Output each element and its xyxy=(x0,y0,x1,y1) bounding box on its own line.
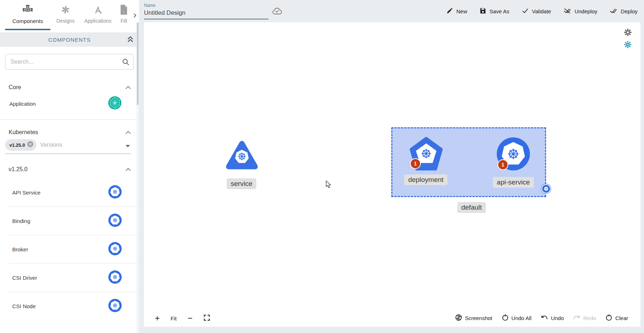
components-icon xyxy=(22,4,33,16)
sidebar-scrollbar[interactable] xyxy=(136,22,139,333)
main-area: Name New xyxy=(139,0,644,333)
undo-all-label: Undo All xyxy=(512,315,532,321)
undo-button[interactable]: Undo xyxy=(541,314,564,322)
kubernetes-icon[interactable] xyxy=(108,270,122,285)
node-deployment-label[interactable]: deployment xyxy=(404,174,447,185)
check-icon xyxy=(522,7,529,15)
list-item-label: CSI Node xyxy=(12,303,36,309)
section-header-kubernetes[interactable]: Kubernetes xyxy=(0,129,139,136)
undo-label: Undo xyxy=(551,315,564,321)
list-item-label: Broker xyxy=(12,246,28,252)
save-icon xyxy=(479,7,486,15)
zoom-out-button[interactable]: − xyxy=(188,315,193,322)
section-header-core[interactable]: Core xyxy=(0,84,139,91)
x-circle-icon[interactable] xyxy=(27,141,33,149)
section-kubernetes-title: Kubernetes xyxy=(9,129,38,136)
deploy-button-label: Deploy xyxy=(621,8,638,14)
chevron-up-icon[interactable] xyxy=(125,84,131,91)
name-label: Name xyxy=(144,3,269,8)
svg-text:v: v xyxy=(123,10,125,13)
versions-select[interactable]: v1.25.0 Versions xyxy=(5,139,131,154)
zoom-in-button[interactable]: + xyxy=(155,315,160,322)
version-chip[interactable]: v1.25.0 xyxy=(5,139,36,151)
section-version-title: v1.25.0 xyxy=(9,166,27,173)
screenshot-button[interactable]: Screenshot xyxy=(455,314,492,322)
kubernetes-context-icon[interactable] xyxy=(624,41,631,50)
list-item-csi-node[interactable]: CSI Node xyxy=(0,292,139,320)
sidebar: Components Designs xyxy=(0,0,139,333)
list-item-broker[interactable]: Broker xyxy=(0,235,139,263)
deployment-badge: 1 xyxy=(410,158,421,169)
app-root: Components Designs xyxy=(0,0,644,333)
redo-button[interactable]: Redo xyxy=(573,314,596,322)
zoom-controls: + Fit − xyxy=(155,314,210,322)
tab-designs[interactable]: Designs xyxy=(51,0,80,32)
search-icon[interactable] xyxy=(122,58,130,67)
components-panel-header: COMPONENTS xyxy=(0,32,139,47)
tab-components-label: Components xyxy=(12,18,43,24)
section-header-version[interactable]: v1.25.0 xyxy=(0,166,139,173)
chevron-up-icon[interactable] xyxy=(125,129,131,136)
tab-filters[interactable]: v Filt xyxy=(116,0,132,32)
undo-all-button[interactable]: Undo All xyxy=(502,314,532,322)
list-item-label: CSI Driver xyxy=(12,275,37,281)
designs-icon xyxy=(60,4,71,16)
tab-applications[interactable]: Applications xyxy=(80,0,116,32)
save-as-button-label: Save As xyxy=(490,8,509,14)
api-service-badge: 1 xyxy=(497,159,508,170)
kubernetes-icon[interactable] xyxy=(108,242,122,257)
cloud-saved-icon xyxy=(272,7,282,17)
chevron-up-icon[interactable] xyxy=(125,166,131,173)
node-service-label[interactable]: service xyxy=(227,178,256,189)
design-name-input[interactable] xyxy=(144,9,269,19)
version-chip-label: v1.25.0 xyxy=(9,142,25,148)
save-as-button[interactable]: Save As xyxy=(479,7,509,15)
screenshot-label: Screenshot xyxy=(465,315,492,321)
undo-all-icon xyxy=(502,314,509,322)
redo-label: Redo xyxy=(583,315,596,321)
list-item-label: API Service xyxy=(12,190,40,196)
undeploy-button[interactable]: Undeploy xyxy=(563,7,597,15)
versions-placeholder: Versions xyxy=(40,142,62,148)
node-service-icon[interactable] xyxy=(225,140,259,174)
list-item-binding[interactable]: Binding xyxy=(0,207,139,235)
undeploy-button-label: Undeploy xyxy=(575,8,597,14)
kubernetes-icon[interactable] xyxy=(108,185,122,200)
fullscreen-button[interactable] xyxy=(203,314,210,322)
list-item-csi-driver[interactable]: CSI Driver xyxy=(0,264,139,292)
tab-designs-label: Designs xyxy=(57,18,75,24)
fullscreen-icon xyxy=(203,314,210,322)
undeploy-icon xyxy=(563,7,571,15)
sidebar-item-application[interactable]: Application xyxy=(0,91,139,117)
tabs-scroll-right-icon[interactable] xyxy=(132,13,138,19)
sidebar-divider xyxy=(0,119,139,120)
search-input[interactable] xyxy=(5,54,134,70)
kubernetes-icon[interactable] xyxy=(108,214,122,228)
tab-components[interactable]: Components xyxy=(4,0,51,32)
group-kubernetes-badge-icon[interactable] xyxy=(541,184,551,193)
list-item-label: Binding xyxy=(12,218,30,224)
clear-button[interactable]: Clear xyxy=(605,314,628,322)
caret-down-icon[interactable] xyxy=(125,143,130,149)
sidebar-scrollbar-thumb[interactable] xyxy=(137,22,139,105)
gear-icon[interactable] xyxy=(623,28,632,38)
search-row xyxy=(5,54,134,70)
meshery-application-icon[interactable] xyxy=(108,96,122,111)
mouse-cursor xyxy=(326,181,332,190)
double-chevron-up-icon[interactable] xyxy=(127,35,134,45)
fit-button[interactable]: Fit xyxy=(171,315,177,321)
tab-filters-label: Filt xyxy=(121,18,127,24)
list-item-api-service[interactable]: API Service xyxy=(0,178,139,206)
deploy-button[interactable]: Deploy xyxy=(609,7,638,15)
filters-icon: v xyxy=(120,4,128,16)
design-canvas[interactable]: service 1 deployment 1 xyxy=(144,22,640,327)
validate-button[interactable]: Validate xyxy=(522,7,551,15)
undo-icon xyxy=(541,314,548,322)
node-api-service-label[interactable]: api-service xyxy=(493,177,534,188)
new-button[interactable]: New xyxy=(446,7,467,15)
sidebar-tabbar: Components Designs xyxy=(0,0,139,32)
zoom-in-glyph: + xyxy=(155,315,160,322)
kubernetes-icon[interactable] xyxy=(108,299,122,314)
group-default-label[interactable]: default xyxy=(457,202,486,213)
clear-icon xyxy=(605,314,612,322)
